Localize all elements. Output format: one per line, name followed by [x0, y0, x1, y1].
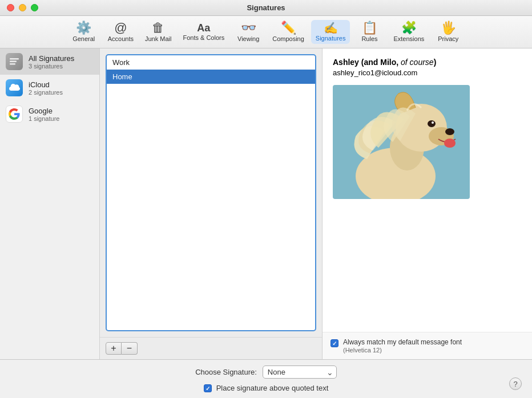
- svg-point-10: [428, 120, 436, 127]
- titlebar: Signatures: [0, 0, 532, 16]
- signature-item-work[interactable]: Work: [107, 55, 315, 70]
- choose-signature-select-wrapper: None Work Home Random ⌄: [263, 365, 337, 379]
- junk-mail-icon: 🗑: [152, 22, 164, 34]
- choose-signature-label: Choose Signature:: [195, 368, 257, 376]
- remove-signature-button[interactable]: −: [122, 342, 138, 355]
- right-panel: Ashley (and Milo, of course) ashley_rico…: [323, 48, 532, 359]
- font-match-label: Always match my default message font: [343, 338, 462, 346]
- composing-icon: ✏️: [281, 22, 296, 34]
- preview-email: ashley_rico1@icloud.com: [333, 68, 522, 77]
- bottom-bar: Choose Signature: None Work Home Random …: [0, 359, 532, 398]
- google-text: Google 1 signature: [29, 107, 94, 122]
- toolbar-item-extensions[interactable]: 🧩 Extensions: [389, 19, 429, 44]
- toolbar: ⚙️ General @ Accounts 🗑 Junk Mail Aa Fon…: [0, 16, 532, 48]
- icloud-text: iCloud 2 signatures: [29, 80, 94, 96]
- all-signatures-icon: [6, 53, 23, 70]
- toolbar-label-extensions: Extensions: [393, 35, 424, 42]
- place-signature-checkbox[interactable]: [204, 384, 212, 392]
- maximize-button[interactable]: [31, 4, 38, 11]
- svg-point-9: [444, 139, 456, 148]
- preview-dog-image: [333, 85, 470, 199]
- toolbar-item-general[interactable]: ⚙️ General: [67, 19, 101, 44]
- toolbar-item-privacy[interactable]: 🖐 Privacy: [431, 19, 465, 44]
- all-signatures-name: All Signatures: [29, 54, 94, 63]
- place-signature-label: Place signature above quoted text: [216, 384, 329, 392]
- center-toolbar: + −: [100, 337, 322, 359]
- sidebar-item-google[interactable]: Google 1 signature: [0, 101, 99, 127]
- preview-name-bold: Ashley: [333, 58, 359, 67]
- toolbar-item-rules[interactable]: 📋 Rules: [352, 19, 386, 44]
- toolbar-label-general: General: [72, 35, 95, 42]
- viewing-icon: 👓: [241, 22, 256, 34]
- place-signature-row: Place signature above quoted text: [204, 383, 329, 392]
- at-icon: @: [114, 22, 127, 34]
- google-count: 1 signature: [29, 115, 94, 122]
- preview-name-rest: (and Milo, of course): [361, 58, 436, 67]
- font-match-sublabel: (Helvetica 12): [343, 347, 462, 354]
- minimize-button[interactable]: [19, 4, 26, 11]
- sidebar: All Signatures 3 signatures iCloud 2 sig…: [0, 48, 100, 359]
- svg-point-11: [432, 121, 434, 124]
- preview-name-italic: of course: [401, 58, 434, 67]
- close-button[interactable]: [7, 4, 14, 11]
- toolbar-label-rules: Rules: [361, 35, 377, 42]
- toolbar-label-fonts-colors: Fonts & Colors: [183, 34, 224, 41]
- toolbar-label-privacy: Privacy: [438, 35, 458, 42]
- toolbar-item-signatures[interactable]: ✍ Signatures: [311, 20, 350, 44]
- toolbar-label-signatures: Signatures: [316, 35, 346, 42]
- toolbar-label-junk-mail: Junk Mail: [145, 35, 171, 42]
- fonts-icon: Aa: [197, 23, 210, 33]
- signatures-list-container: Work Home: [100, 48, 322, 337]
- center-panel: Work Home + −: [100, 48, 323, 359]
- icloud-icon: [6, 79, 23, 96]
- toolbar-item-viewing[interactable]: 👓 Viewing: [231, 19, 265, 44]
- help-button[interactable]: ?: [509, 377, 522, 390]
- icloud-name: iCloud: [29, 80, 94, 89]
- signatures-icon: ✍: [324, 22, 338, 34]
- all-signatures-count: 3 signatures: [29, 63, 94, 70]
- sidebar-item-all-signatures[interactable]: All Signatures 3 signatures: [0, 48, 99, 75]
- window-title: Signatures: [247, 3, 285, 12]
- toolbar-label-accounts: Accounts: [108, 35, 134, 42]
- gear-icon: ⚙️: [76, 22, 91, 34]
- svg-rect-1: [10, 61, 17, 63]
- signature-item-home[interactable]: Home: [107, 70, 315, 84]
- sidebar-item-icloud[interactable]: iCloud 2 signatures: [0, 75, 99, 101]
- svg-rect-0: [10, 58, 19, 60]
- icloud-count: 2 signatures: [29, 89, 94, 96]
- signature-preview: Ashley (and Milo, of course) ashley_rico…: [323, 48, 532, 332]
- svg-point-8: [445, 128, 454, 135]
- privacy-icon: 🖐: [441, 22, 456, 34]
- toolbar-item-accounts[interactable]: @ Accounts: [103, 19, 138, 44]
- font-match-row: Always match my default message font (He…: [323, 332, 532, 359]
- toolbar-item-junk-mail[interactable]: 🗑 Junk Mail: [140, 19, 176, 44]
- toolbar-label-composing: Composing: [272, 35, 304, 42]
- choose-signature-select[interactable]: None Work Home Random: [263, 365, 337, 379]
- toolbar-label-viewing: Viewing: [237, 35, 259, 42]
- traffic-lights: [7, 4, 38, 11]
- google-name: Google: [29, 107, 94, 115]
- preview-name: Ashley (and Milo, of course): [333, 58, 522, 67]
- signatures-list[interactable]: Work Home: [106, 54, 316, 331]
- font-match-checkbox[interactable]: [331, 339, 338, 347]
- rules-icon: 📋: [362, 22, 377, 34]
- add-signature-button[interactable]: +: [106, 342, 122, 355]
- svg-rect-2: [10, 63, 15, 65]
- google-icon: [6, 105, 23, 123]
- choose-signature-row: Choose Signature: None Work Home Random …: [195, 365, 337, 379]
- toolbar-item-composing[interactable]: ✏️ Composing: [268, 19, 309, 44]
- all-signatures-text: All Signatures 3 signatures: [29, 54, 94, 70]
- main-content: All Signatures 3 signatures iCloud 2 sig…: [0, 48, 532, 359]
- font-match-text-container: Always match my default message font (He…: [343, 338, 462, 354]
- toolbar-item-fonts-colors[interactable]: Aa Fonts & Colors: [178, 21, 229, 43]
- extensions-icon: 🧩: [401, 22, 417, 34]
